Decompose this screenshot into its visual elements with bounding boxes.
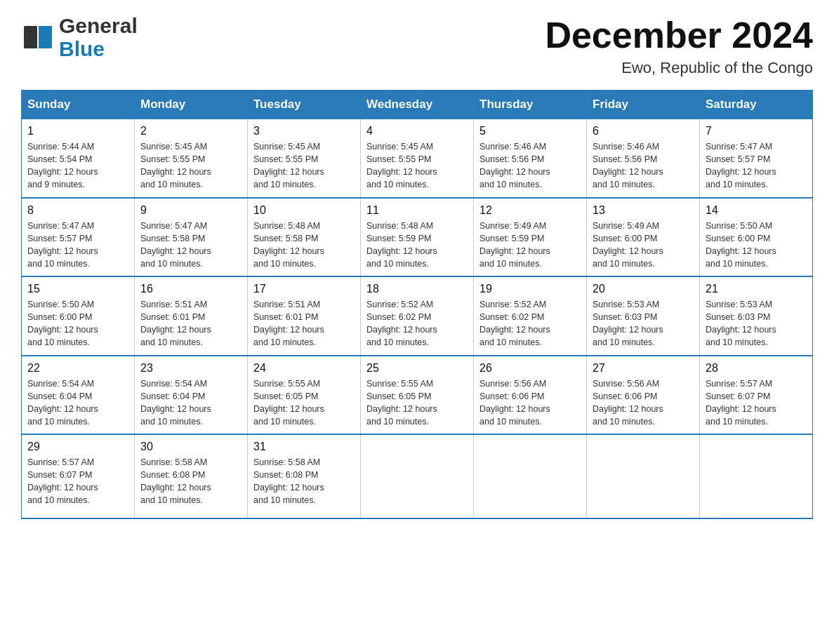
calendar-day-cell: 23 Sunrise: 5:54 AMSunset: 6:04 PMDaylig… — [135, 356, 248, 435]
day-info: Sunrise: 5:53 AMSunset: 6:03 PMDaylight:… — [706, 298, 807, 349]
day-info: Sunrise: 5:56 AMSunset: 6:06 PMDaylight:… — [479, 377, 581, 429]
svg-rect-1 — [24, 26, 38, 48]
calendar-day-cell — [474, 434, 587, 518]
calendar-week-row: 15 Sunrise: 5:50 AMSunset: 6:00 PMDaylig… — [22, 276, 813, 356]
day-number: 1 — [27, 125, 128, 137]
calendar-day-cell — [587, 434, 700, 518]
calendar-day-cell — [700, 434, 813, 518]
calendar-day-cell: 26 Sunrise: 5:56 AMSunset: 6:06 PMDaylig… — [474, 356, 587, 435]
day-number: 22 — [27, 362, 128, 375]
calendar-day-cell: 24 Sunrise: 5:55 AMSunset: 6:05 PMDaylig… — [248, 356, 361, 435]
day-info: Sunrise: 5:53 AMSunset: 6:03 PMDaylight:… — [593, 298, 694, 349]
calendar-day-cell: 21 Sunrise: 5:53 AMSunset: 6:03 PMDaylig… — [700, 276, 813, 356]
day-info: Sunrise: 5:51 AMSunset: 6:01 PMDaylight:… — [140, 298, 241, 349]
calendar-day-cell: 11 Sunrise: 5:48 AMSunset: 5:59 PMDaylig… — [361, 198, 474, 277]
day-number: 2 — [140, 125, 241, 137]
header-sunday: Sunday — [22, 90, 135, 119]
day-number: 18 — [366, 283, 468, 295]
calendar-day-cell: 15 Sunrise: 5:50 AMSunset: 6:00 PMDaylig… — [22, 276, 135, 356]
calendar-day-cell: 17 Sunrise: 5:51 AMSunset: 6:01 PMDaylig… — [248, 276, 361, 356]
logo: General Blue — [21, 14, 138, 60]
day-info: Sunrise: 5:56 AMSunset: 6:06 PMDaylight:… — [593, 377, 694, 429]
month-year-title: December 2024 — [545, 14, 813, 56]
day-number: 11 — [366, 204, 468, 217]
calendar-day-cell — [361, 434, 474, 518]
calendar-day-cell: 5 Sunrise: 5:46 AMSunset: 5:56 PMDayligh… — [474, 119, 587, 198]
calendar-day-cell: 8 Sunrise: 5:47 AMSunset: 5:57 PMDayligh… — [22, 198, 135, 277]
calendar-day-cell: 13 Sunrise: 5:49 AMSunset: 6:00 PMDaylig… — [587, 198, 700, 277]
day-number: 10 — [253, 204, 355, 217]
day-info: Sunrise: 5:57 AMSunset: 6:07 PMDaylight:… — [706, 377, 807, 429]
calendar-day-cell: 12 Sunrise: 5:49 AMSunset: 5:59 PMDaylig… — [474, 198, 587, 277]
calendar-day-cell: 25 Sunrise: 5:55 AMSunset: 6:05 PMDaylig… — [361, 356, 474, 435]
calendar-day-cell: 22 Sunrise: 5:54 AMSunset: 6:04 PMDaylig… — [22, 356, 135, 435]
day-info: Sunrise: 5:52 AMSunset: 6:02 PMDaylight:… — [366, 298, 468, 349]
day-number: 29 — [27, 441, 128, 453]
day-info: Sunrise: 5:49 AMSunset: 5:59 PMDaylight:… — [479, 220, 581, 271]
calendar-day-cell: 10 Sunrise: 5:48 AMSunset: 5:58 PMDaylig… — [248, 198, 361, 277]
day-number: 3 — [253, 125, 355, 137]
day-number: 20 — [593, 283, 694, 295]
day-info: Sunrise: 5:44 AMSunset: 5:54 PMDaylight:… — [27, 140, 128, 192]
logo-icon — [21, 20, 55, 54]
day-info: Sunrise: 5:47 AMSunset: 5:58 PMDaylight:… — [140, 220, 241, 271]
day-info: Sunrise: 5:51 AMSunset: 6:01 PMDaylight:… — [253, 298, 355, 349]
day-number: 17 — [253, 283, 355, 295]
day-info: Sunrise: 5:50 AMSunset: 6:00 PMDaylight:… — [27, 298, 128, 349]
day-number: 19 — [479, 283, 581, 295]
day-number: 16 — [140, 283, 241, 295]
calendar-day-cell: 3 Sunrise: 5:45 AMSunset: 5:55 PMDayligh… — [248, 119, 361, 198]
day-info: Sunrise: 5:47 AMSunset: 5:57 PMDaylight:… — [27, 220, 128, 271]
calendar-day-cell: 18 Sunrise: 5:52 AMSunset: 6:02 PMDaylig… — [361, 276, 474, 356]
calendar-day-cell: 6 Sunrise: 5:46 AMSunset: 5:56 PMDayligh… — [587, 119, 700, 198]
day-number: 26 — [479, 362, 581, 375]
day-number: 21 — [706, 283, 807, 295]
calendar-week-row: 8 Sunrise: 5:47 AMSunset: 5:57 PMDayligh… — [22, 198, 813, 277]
day-info: Sunrise: 5:45 AMSunset: 5:55 PMDaylight:… — [366, 140, 468, 192]
calendar-day-cell: 29 Sunrise: 5:57 AMSunset: 6:07 PMDaylig… — [22, 434, 135, 518]
calendar-day-cell: 16 Sunrise: 5:51 AMSunset: 6:01 PMDaylig… — [135, 276, 248, 356]
calendar-day-cell: 19 Sunrise: 5:52 AMSunset: 6:02 PMDaylig… — [474, 276, 587, 356]
day-info: Sunrise: 5:48 AMSunset: 5:59 PMDaylight:… — [366, 220, 468, 271]
day-number: 7 — [706, 125, 807, 137]
day-number: 4 — [366, 125, 468, 137]
calendar-day-cell: 7 Sunrise: 5:47 AMSunset: 5:57 PMDayligh… — [700, 119, 813, 198]
header-friday: Friday — [587, 90, 700, 119]
location-subtitle: Ewo, Republic of the Congo — [545, 59, 813, 77]
day-number: 8 — [27, 204, 128, 217]
day-info: Sunrise: 5:52 AMSunset: 6:02 PMDaylight:… — [479, 298, 581, 349]
day-info: Sunrise: 5:49 AMSunset: 6:00 PMDaylight:… — [593, 220, 694, 271]
day-info: Sunrise: 5:50 AMSunset: 6:00 PMDaylight:… — [706, 220, 807, 271]
day-info: Sunrise: 5:55 AMSunset: 6:05 PMDaylight:… — [253, 377, 355, 429]
day-number: 5 — [479, 125, 581, 137]
day-info: Sunrise: 5:54 AMSunset: 6:04 PMDaylight:… — [140, 377, 241, 429]
day-number: 14 — [706, 204, 807, 217]
calendar-day-cell: 2 Sunrise: 5:45 AMSunset: 5:55 PMDayligh… — [135, 119, 248, 198]
calendar-day-cell: 28 Sunrise: 5:57 AMSunset: 6:07 PMDaylig… — [700, 356, 813, 435]
calendar-title-area: December 2024 Ewo, Republic of the Congo — [545, 14, 813, 77]
calendar-week-row: 29 Sunrise: 5:57 AMSunset: 6:07 PMDaylig… — [22, 434, 813, 518]
page-header: General Blue December 2024 Ewo, Republic… — [21, 14, 813, 77]
calendar-table: Sunday Monday Tuesday Wednesday Thursday… — [21, 90, 813, 519]
calendar-day-cell: 4 Sunrise: 5:45 AMSunset: 5:55 PMDayligh… — [361, 119, 474, 198]
day-info: Sunrise: 5:47 AMSunset: 5:57 PMDaylight:… — [706, 140, 807, 192]
day-number: 31 — [253, 441, 355, 453]
day-number: 6 — [593, 125, 694, 137]
calendar-day-cell: 1 Sunrise: 5:44 AMSunset: 5:54 PMDayligh… — [22, 119, 135, 198]
logo-general: General — [59, 14, 138, 37]
day-info: Sunrise: 5:46 AMSunset: 5:56 PMDaylight:… — [479, 140, 581, 192]
calendar-day-cell: 27 Sunrise: 5:56 AMSunset: 6:06 PMDaylig… — [587, 356, 700, 435]
day-number: 24 — [253, 362, 355, 375]
calendar-header-row: Sunday Monday Tuesday Wednesday Thursday… — [22, 90, 813, 119]
day-info: Sunrise: 5:46 AMSunset: 5:56 PMDaylight:… — [593, 140, 694, 192]
day-info: Sunrise: 5:54 AMSunset: 6:04 PMDaylight:… — [27, 377, 128, 429]
calendar-week-row: 22 Sunrise: 5:54 AMSunset: 6:04 PMDaylig… — [22, 356, 813, 435]
header-wednesday: Wednesday — [361, 90, 474, 119]
calendar-day-cell: 20 Sunrise: 5:53 AMSunset: 6:03 PMDaylig… — [587, 276, 700, 356]
calendar-day-cell: 30 Sunrise: 5:58 AMSunset: 6:08 PMDaylig… — [135, 434, 248, 518]
day-info: Sunrise: 5:55 AMSunset: 6:05 PMDaylight:… — [366, 377, 468, 429]
day-info: Sunrise: 5:45 AMSunset: 5:55 PMDaylight:… — [140, 140, 241, 192]
day-number: 15 — [27, 283, 128, 295]
day-info: Sunrise: 5:48 AMSunset: 5:58 PMDaylight:… — [253, 220, 355, 271]
header-monday: Monday — [135, 90, 248, 119]
